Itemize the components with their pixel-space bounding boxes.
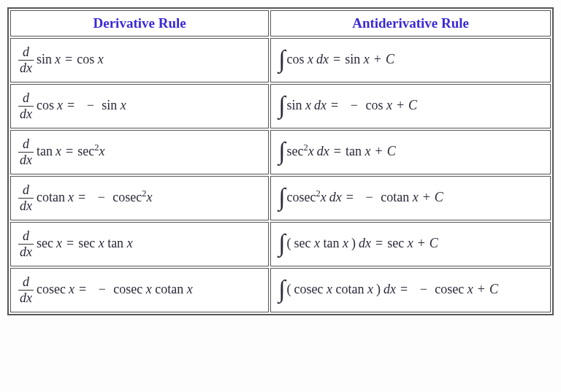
derivative-rhs: sec x tan x	[78, 236, 132, 250]
header-antiderivative: Antiderivative Rule	[270, 10, 551, 36]
integral-sign: ∫	[278, 279, 285, 299]
antiderivative-rhs: cotan x	[381, 190, 418, 204]
derivative-cell: ddxsecx=sec x tan x	[10, 222, 269, 266]
integrand: sin x	[287, 98, 312, 112]
d-dx-fraction: ddx	[18, 91, 34, 122]
integral-sign: ∫	[278, 233, 285, 253]
derivative-cell: ddxtanx=sec2x	[10, 130, 269, 174]
table-row: ddxsinx=cos x∫cos xdx=sin x+C	[10, 38, 551, 82]
integrand: cosec2x	[287, 190, 327, 204]
integral-sign: ∫	[278, 187, 285, 207]
table-row: ddxcosecx= − cosec x cotan x∫(cosec x co…	[10, 268, 551, 312]
derivative-cell: ddxcosx= − sin x	[10, 84, 269, 128]
derivative-rhs: sec2x	[77, 144, 104, 158]
table-row: ddxcotanx= − cosec2x∫cosec2xdx= − cotan …	[10, 176, 551, 220]
integrand: (sec x tan x)	[287, 236, 356, 250]
d-dx-fraction: ddx	[18, 274, 34, 306]
antiderivative-cell: ∫(cosec x cotan x)dx= − cosec x+C	[270, 268, 551, 312]
derivative-lhs: secx	[37, 236, 62, 250]
derivative-rhs: cosec2x	[112, 190, 152, 204]
table-row: ddxcosx= − sin x∫sin xdx= − cos x+C	[10, 84, 551, 128]
antiderivative-cell: ∫(sec x tan x)dx=sec x+C	[270, 222, 551, 266]
rules-table: Derivative Rule Antiderivative Rule ddxs…	[7, 7, 554, 315]
integrand: cos x	[287, 52, 314, 66]
table-row: ddxsecx=sec x tan x∫(sec x tan x)dx=sec …	[10, 222, 551, 266]
d-dx-fraction: ddx	[18, 182, 34, 214]
derivative-rhs: sin x	[102, 98, 126, 112]
derivative-lhs: cotanx	[37, 190, 74, 204]
derivative-lhs: sinx	[37, 52, 61, 66]
integrand: sec2x	[287, 144, 314, 158]
antiderivative-rhs: tan x	[346, 144, 371, 158]
integrand: (cosec x cotan x)	[287, 282, 381, 296]
antiderivative-rhs: cosec x	[435, 282, 473, 296]
antiderivative-rhs: sin x	[345, 52, 370, 66]
derivative-lhs: tanx	[37, 144, 61, 158]
antiderivative-cell: ∫sec2xdx=tan x+C	[270, 130, 551, 174]
antiderivative-cell: ∫cos xdx=sin x+C	[270, 38, 551, 82]
derivative-rhs: cosec x cotan x	[113, 282, 192, 296]
d-dx-fraction: ddx	[18, 228, 34, 260]
table-row: ddxtanx=sec2x∫sec2xdx=tan x+C	[10, 130, 551, 174]
derivative-cell: ddxcotanx= − cosec2x	[10, 176, 269, 220]
derivative-cell: ddxsinx=cos x	[10, 38, 269, 82]
derivative-lhs: cosecx	[37, 282, 75, 296]
integral-sign: ∫	[278, 95, 285, 115]
antiderivative-rhs: cos x	[365, 98, 392, 112]
antiderivative-rhs: sec x	[387, 236, 413, 250]
antiderivative-cell: ∫cosec2xdx= − cotan x+C	[270, 176, 551, 220]
derivative-cell: ddxcosecx= − cosec x cotan x	[10, 268, 269, 312]
integral-sign: ∫	[278, 49, 285, 69]
header-derivative: Derivative Rule	[10, 10, 269, 36]
d-dx-fraction: ddx	[18, 45, 34, 76]
antiderivative-cell: ∫sin xdx= − cos x+C	[270, 84, 551, 128]
d-dx-fraction: ddx	[18, 137, 34, 168]
integral-sign: ∫	[278, 141, 285, 161]
derivative-lhs: cosx	[37, 98, 63, 112]
derivative-rhs: cos x	[77, 52, 104, 66]
